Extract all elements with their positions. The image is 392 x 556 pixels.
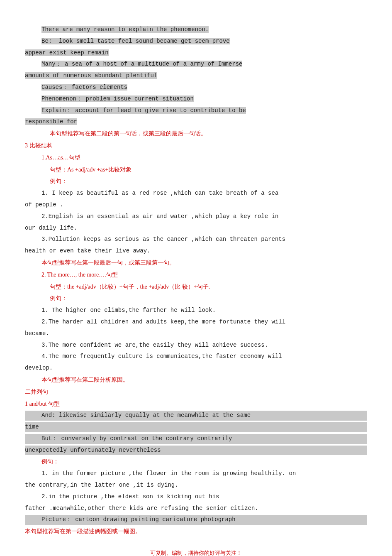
sub1-example-label-block: 例句： <box>25 176 367 187</box>
ex2-block: 2.English is an essential as air and wat… <box>25 212 367 222</box>
ex8b-block: the contrary,in the latter one ,it is dy… <box>25 480 367 490</box>
ex2-text: 2.English is an essential as air and wat… <box>41 213 278 220</box>
line1-block: There are many reason to explain the phe… <box>25 25 367 35</box>
ex3b-text: health or even take their live away. <box>25 247 150 254</box>
section3-title-block: 3 比较结构 <box>25 141 367 151</box>
section4-title: 二并列句 <box>25 389 48 395</box>
ex1b-block: of people . <box>25 200 367 210</box>
cn-note2-block: 本句型推荐写在第一段最后一句，或第三段第一句。 <box>25 258 367 268</box>
line6-cont: responsible for <box>25 118 77 125</box>
page: There are many reason to explain the phe… <box>0 0 392 556</box>
ex2b-block: our daily life. <box>25 223 367 233</box>
sub2-pattern-block: 句型：the +adj/adv（比较）+句子，the +adj/adv（比 较）… <box>25 282 367 292</box>
ex8b-text: the contrary,in the latter one ,it is dy… <box>25 482 178 488</box>
line4-block: Causes： factors elements <box>25 83 367 93</box>
cn-note2-text: 本句型推荐写在第一段最后一句，或第三段第一句。 <box>41 260 175 266</box>
cn-note4-block: 本句型推荐写在第一段描述俩幅图或一幅图。 <box>25 527 367 537</box>
ex3b-block: health or even take their live away. <box>25 246 367 256</box>
footer: 可复制、编制，期待你的好评与关注！ <box>25 549 367 556</box>
sub4-1-title: 1 and/but 句型 <box>25 401 60 407</box>
but-block: But： conversely by contrast on the contr… <box>25 434 367 444</box>
ex9b-text: father .meanwhile,other there kids are r… <box>25 505 258 512</box>
line3-block: Many： a sea of a host of a multitude of … <box>25 59 367 69</box>
sub1-title: 1.As…as…句型 <box>41 154 80 161</box>
sub1-example-label: 例句： <box>50 178 67 184</box>
ex7-text: 4.The more frequently culture is communi… <box>41 353 282 360</box>
sub2-title-block: 2. The more…, the more….句型 <box>25 270 367 280</box>
ex4-block: 1. The higher one climbs,the farther he … <box>25 306 367 316</box>
line5-block: Phenomenon： problem issue current situat… <box>25 94 367 104</box>
ex5-block: 2.The harder all children and adults kee… <box>25 317 367 327</box>
ex1-text: 1. I keep as beautiful as a red rose ,wh… <box>41 190 278 196</box>
line2-block: Be: look smell taste feel sound became g… <box>25 37 367 47</box>
ex1b-text: of people . <box>25 201 63 208</box>
section4-title-block: 二并列句 <box>25 387 367 397</box>
sub2-example-label: 例句： <box>50 295 67 301</box>
ex7b-block: develop. <box>25 363 367 373</box>
line2-be: Be: look smell taste feel sound became g… <box>41 38 230 44</box>
ex7b-text: develop. <box>25 365 53 371</box>
ex7-block: 4.The more frequently culture is communi… <box>25 352 367 362</box>
ex3-text: 3.Pollution keeps as serious as the canc… <box>41 236 285 242</box>
and-cont: time <box>25 424 39 430</box>
line6-block: Explain： account for lead to give rise t… <box>25 106 367 116</box>
line4-causes: Causes： factors elements <box>41 84 127 91</box>
sub1-pattern: 句型：As +adj/adv +as+比较对象 <box>50 167 131 173</box>
ex4-text: 1. The higher one climbs,the farther he … <box>41 307 216 314</box>
ex2b-text: our daily life. <box>25 225 77 231</box>
and-cont-block: time <box>25 422 367 432</box>
sub4-1-title-block: 1 and/but 句型 <box>25 399 367 409</box>
cn-note4-text: 本句型推荐写在第一段描述俩幅图或一幅图。 <box>25 528 141 534</box>
but-cont: unexpectedly unfortunately nevertheless <box>25 447 161 453</box>
ex9-text: 2.in the picture ,the eldest son is kick… <box>41 493 219 500</box>
line2-cont: appear exist keep remain <box>25 49 109 56</box>
ex3-block: 3.Pollution keeps as serious as the canc… <box>25 235 367 245</box>
section3-title: 3 比较结构 <box>25 142 53 149</box>
line3-many: Many： a sea of a host of a multitude of … <box>41 61 242 67</box>
and-text: And: likewise similarly equally at the m… <box>41 412 251 419</box>
footer-text: 可复制、编制，期待你的好评与关注！ <box>150 550 242 556</box>
sub2-example-label-block: 例句： <box>25 294 367 304</box>
sub2-pattern: 句型：the +adj/adv（比较）+句子，the +adj/adv（比 较）… <box>50 284 210 290</box>
ex9-block: 2.in the picture ,the eldest son is kick… <box>25 492 367 502</box>
ex6-block: 3.The more confident we are,the easily t… <box>25 340 367 350</box>
but-text: But： conversely by contrast on the contr… <box>41 435 232 442</box>
line6-cont-block: responsible for <box>25 117 367 127</box>
line5-phenomenon: Phenomenon： problem issue current situat… <box>41 96 194 102</box>
ex9b-block: father .meanwhile,other there kids are r… <box>25 504 367 514</box>
sub1-pattern-block: 句型：As +adj/adv +as+比较对象 <box>25 165 367 175</box>
line6-explain: Explain： account for lead to give rise t… <box>41 107 246 114</box>
ex8-text: 1. in the former picture ,the flower in … <box>41 470 296 477</box>
ex5b-block: became. <box>25 329 367 339</box>
and-block: And: likewise similarly equally at the m… <box>25 411 367 421</box>
ex5b-text: became. <box>25 330 49 337</box>
cn-note3-block: 本句型推荐写在第二段分析原因。 <box>25 375 367 385</box>
line2-cont-block: appear exist keep remain <box>25 48 367 58</box>
cn-note3-text: 本句型推荐写在第二段分析原因。 <box>41 377 129 383</box>
but-cont-block: unexpectedly unfortunately nevertheless <box>25 446 367 456</box>
example-label2-text: 例句： <box>41 458 59 465</box>
sub2-title: 2. The more…, the more….句型 <box>41 272 118 278</box>
picture-text: Picture： cartoon drawing painting carica… <box>41 516 236 523</box>
ex5-text: 2.The harder all children and adults kee… <box>41 318 285 325</box>
line3-cont-block: amounts of numerous abundant plentiful <box>25 71 367 81</box>
sub1-title-block: 1.As…as…句型 <box>25 153 367 163</box>
line1-text: There are many reason to explain the phe… <box>41 26 209 33</box>
ex1-block: 1. I keep as beautiful as a red rose ,wh… <box>25 189 367 198</box>
cn-note1: 本句型推荐写在第二段的第一句话，或第三段的最后一句话。 <box>25 129 367 139</box>
example-label2-block: 例句： <box>25 457 367 467</box>
cn-note1-text: 本句型推荐写在第二段的第一句话，或第三段的最后一句话。 <box>50 130 207 137</box>
ex8-block: 1. in the former picture ,the flower in … <box>25 469 367 479</box>
picture-block: Picture： cartoon drawing painting carica… <box>25 515 367 525</box>
line3-cont: amounts of numerous abundant plentiful <box>25 72 157 79</box>
ex6-text: 3.The more confident we are,the easily t… <box>41 342 268 348</box>
